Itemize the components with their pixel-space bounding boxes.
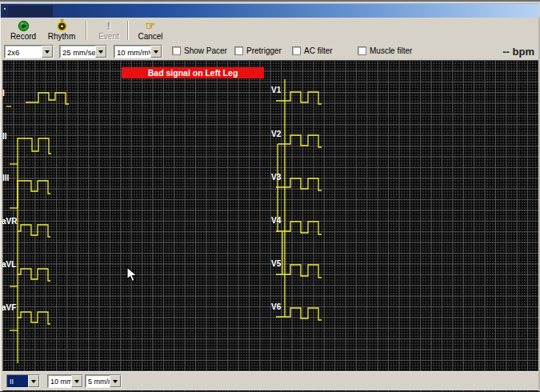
lead-label-i: I bbox=[2, 89, 5, 98]
main-toolbar: Record Rhythm ! Event ☞ Cancel bbox=[1, 18, 539, 44]
ecg-acquisition-window: Record Rhythm ! Event ☞ Cancel 2x6 bbox=[0, 0, 540, 392]
lead-label-ii: II bbox=[2, 132, 7, 141]
toolbar-separator bbox=[127, 21, 129, 40]
rhythm-gain-select[interactable]: 5 mm/mV bbox=[85, 374, 122, 388]
dropdown-arrow-icon[interactable] bbox=[28, 375, 39, 387]
record-icon bbox=[18, 19, 30, 32]
ac-filter-checkbox[interactable]: AC filter bbox=[292, 46, 333, 55]
event-label: Event bbox=[98, 32, 119, 41]
cancel-button[interactable]: ☞ Cancel bbox=[132, 19, 169, 42]
muscle-filter-checkbox[interactable]: Muscle filter bbox=[358, 46, 412, 55]
lead-label-v5: V5 bbox=[271, 259, 281, 268]
lead-label-avr: aVR bbox=[2, 217, 17, 226]
speed-select-value: 25 mm/sec bbox=[60, 46, 95, 58]
rhythm-lead-select-value: II bbox=[7, 375, 28, 387]
rhythm-speed-select-value: 10 mm/sec bbox=[48, 375, 71, 387]
dropdown-arrow-icon[interactable] bbox=[42, 46, 53, 58]
show-pacer-checkbox[interactable]: Show Pacer bbox=[172, 46, 227, 55]
speed-select[interactable]: 25 mm/sec bbox=[59, 45, 107, 58]
lead-label-v6: V6 bbox=[271, 302, 281, 311]
gain-select[interactable]: 10 mm/mV bbox=[114, 45, 162, 58]
heart-rate-readout: -- bpm bbox=[502, 46, 534, 58]
dropdown-arrow-icon[interactable] bbox=[110, 375, 121, 387]
lead-label-v4: V4 bbox=[271, 216, 281, 225]
app-icon bbox=[3, 6, 7, 16]
lead-label-iii: III bbox=[2, 174, 9, 182]
gain-select-value: 10 mm/mV bbox=[114, 46, 150, 58]
ecg-grid bbox=[2, 60, 538, 392]
checkbox-box bbox=[234, 46, 243, 55]
cancel-hand-icon: ☞ bbox=[146, 19, 156, 32]
event-exclamation-icon: ! bbox=[107, 19, 110, 32]
lead-label-v3: V3 bbox=[271, 173, 281, 182]
cancel-label: Cancel bbox=[138, 32, 162, 41]
options-toolbar: 2x6 25 mm/sec 10 mm/mV Show Pacer Pretri… bbox=[1, 44, 539, 60]
checkbox-box bbox=[292, 46, 301, 55]
layout-select-value: 2x6 bbox=[5, 46, 42, 58]
checkbox-box bbox=[358, 46, 366, 55]
checkbox-box bbox=[172, 46, 181, 55]
pretrigger-checkbox[interactable]: Pretrigger bbox=[234, 46, 282, 55]
dropdown-arrow-icon[interactable] bbox=[150, 46, 162, 58]
rhythm-lead-select[interactable]: II bbox=[6, 374, 40, 388]
titlebar bbox=[1, 3, 539, 18]
lead-label-v1: V1 bbox=[271, 86, 281, 94]
lead-label-avf: aVF bbox=[2, 303, 16, 312]
bad-signal-banner: Bad signal on Left Leg bbox=[122, 67, 264, 78]
toolbar-separator bbox=[86, 21, 87, 40]
rhythm-speed-select[interactable]: 10 mm/sec bbox=[47, 374, 83, 388]
window-title bbox=[8, 6, 53, 17]
lead-label-v2: V2 bbox=[271, 130, 281, 138]
event-button: ! Event bbox=[92, 19, 126, 42]
dropdown-arrow-icon[interactable] bbox=[95, 46, 106, 58]
rhythm-strip-toolbar: II 10 mm/sec 5 mm/mV bbox=[2, 371, 538, 390]
window-border-left bbox=[0, 18, 2, 392]
rhythm-stopwatch-icon bbox=[56, 19, 68, 32]
record-button[interactable]: Record bbox=[6, 19, 41, 42]
rhythm-button[interactable]: Rhythm bbox=[42, 19, 81, 42]
rhythm-label: Rhythm bbox=[48, 32, 75, 41]
dropdown-arrow-icon[interactable] bbox=[71, 375, 82, 387]
record-label: Record bbox=[10, 32, 36, 41]
lead-label-avl: aVL bbox=[2, 260, 16, 269]
rhythm-gain-select-value: 5 mm/mV bbox=[86, 375, 110, 387]
layout-select[interactable]: 2x6 bbox=[4, 45, 54, 58]
